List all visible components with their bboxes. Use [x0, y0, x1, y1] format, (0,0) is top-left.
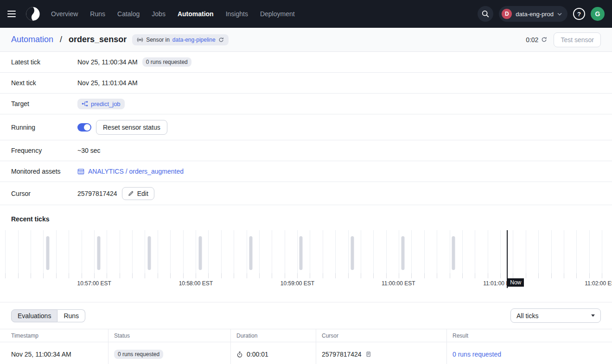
row-target: Target predict_job — [0, 94, 612, 114]
tick-bar[interactable] — [148, 236, 151, 270]
gridline — [373, 230, 374, 273]
gridline — [526, 230, 526, 273]
axis-label: 10:59:00 EST — [280, 280, 314, 287]
sensor-pill-label: Sensor in — [146, 37, 170, 43]
workspace-switcher[interactable]: D data-eng-prod — [499, 6, 567, 22]
latest-tick-label: Latest tick — [11, 58, 77, 66]
tick-filter-value: All ticks — [516, 312, 538, 320]
gridline — [564, 230, 564, 273]
axis-tick-mark — [43, 273, 44, 278]
next-tick-value: Nov 25, 11:01:04 AM — [77, 79, 138, 87]
gridline — [5, 230, 6, 273]
row-monitored-assets: Monitored assets ANALYTICS / orders_augm… — [0, 161, 612, 182]
axis-tick-mark — [462, 273, 463, 278]
header-duration: Duration — [231, 329, 316, 342]
tab-evaluations[interactable]: Evaluations — [11, 309, 57, 322]
tick-bar[interactable] — [351, 236, 354, 270]
gridline — [285, 230, 285, 273]
axis-tick-mark — [285, 273, 285, 278]
axis-tick-mark — [31, 273, 31, 278]
nav-item-automation[interactable]: Automation — [178, 10, 214, 18]
search-button[interactable] — [478, 6, 493, 22]
axis-tick-mark — [513, 273, 513, 278]
gridline — [221, 230, 222, 273]
gridline — [500, 230, 501, 273]
caret-down-icon — [591, 314, 595, 317]
nav-item-catalog[interactable]: Catalog — [117, 10, 140, 18]
stopwatch-icon — [236, 351, 243, 358]
gridline — [297, 230, 298, 273]
header-timestamp: Timestamp — [0, 329, 108, 342]
gridline — [82, 230, 82, 273]
user-avatar[interactable]: G — [591, 7, 605, 21]
gridline — [247, 230, 247, 273]
tick-filter-select[interactable]: All ticks — [510, 308, 601, 323]
help-icon[interactable]: ? — [573, 8, 585, 20]
axis-tick-mark — [272, 273, 272, 278]
table-header-row: Timestamp Status Duration Cursor Result — [0, 329, 612, 342]
header-status: Status — [108, 329, 231, 342]
axis-tick-mark — [82, 273, 82, 278]
frequency-value: ~30 sec — [77, 147, 100, 154]
sensor-icon — [137, 37, 143, 43]
axis-tick-mark — [196, 273, 196, 278]
tick-bar[interactable] — [46, 236, 49, 270]
gridline — [145, 230, 145, 273]
nav-item-deployment[interactable]: Deployment — [260, 10, 295, 18]
reload-location-icon[interactable] — [218, 37, 224, 43]
running-toggle[interactable] — [77, 123, 91, 132]
tick-bar[interactable] — [249, 236, 253, 270]
nav-item-jobs[interactable]: Jobs — [152, 10, 166, 18]
table-row: Nov 25, 11:00:34 AM 0 runs requested 0:0… — [0, 342, 612, 364]
monitored-asset-link[interactable]: ANALYTICS / orders_augmented — [77, 168, 184, 175]
tab-runs[interactable]: Runs — [57, 309, 85, 322]
axis-tick-mark — [475, 273, 475, 278]
page-title: orders_sensor — [69, 35, 127, 44]
axis-label: 11:02:00 EST — [585, 280, 612, 287]
tick-bar[interactable] — [198, 236, 202, 270]
axis-tick-mark — [564, 273, 564, 278]
pencil-icon — [128, 190, 134, 196]
chevron-down-icon — [557, 13, 562, 16]
next-tick-label: Next tick — [11, 79, 77, 87]
axis-label: 10:57:00 EST — [77, 280, 111, 287]
axis-tick-mark — [132, 273, 133, 278]
row-latest-tick: Latest tick Nov 25, 11:00:34 AM 0 runs r… — [0, 52, 612, 73]
tick-bar[interactable] — [97, 236, 100, 270]
gridline — [411, 230, 412, 273]
nav-item-runs[interactable]: Runs — [90, 10, 105, 18]
cell-result-link[interactable]: 0 runs requested — [453, 351, 501, 358]
gridline — [196, 230, 196, 273]
code-location-link[interactable]: data-eng-pipeline — [172, 37, 216, 43]
refresh-icon[interactable] — [541, 37, 547, 43]
gridline — [399, 230, 399, 273]
gridline — [234, 230, 234, 273]
axis-tick-mark — [183, 273, 184, 278]
axis-tick-mark — [450, 273, 450, 278]
edit-cursor-button[interactable]: Edit — [122, 187, 154, 200]
tick-bar[interactable] — [300, 236, 303, 270]
gridline — [475, 230, 475, 273]
gridline — [450, 230, 450, 273]
tick-bar[interactable] — [452, 236, 455, 270]
target-job-pill[interactable]: predict_job — [77, 99, 125, 109]
nav-item-insights[interactable]: Insights — [226, 10, 248, 18]
axis-tick-mark — [5, 273, 6, 278]
job-icon — [82, 100, 88, 107]
dagster-logo[interactable] — [25, 6, 41, 22]
latest-tick-value: Nov 25, 11:00:34 AM — [77, 58, 138, 66]
hamburger-menu-icon[interactable] — [7, 8, 19, 19]
reset-sensor-status-button[interactable]: Reset sensor status — [96, 120, 167, 135]
gridline — [208, 230, 209, 273]
gridline — [386, 230, 387, 273]
tick-countdown: 0:02 — [526, 36, 547, 44]
gridline — [158, 230, 158, 273]
axis-tick-mark — [411, 273, 412, 278]
test-sensor-button[interactable]: Test sensor — [554, 32, 601, 47]
copy-icon[interactable] — [365, 351, 371, 358]
nav-item-overview[interactable]: Overview — [51, 10, 78, 18]
breadcrumb-automation[interactable]: Automation — [11, 35, 53, 44]
sensor-details: Latest tick Nov 25, 11:00:34 AM 0 runs r… — [0, 52, 612, 205]
axis-tick-mark — [69, 273, 69, 278]
tick-bar[interactable] — [401, 236, 404, 270]
